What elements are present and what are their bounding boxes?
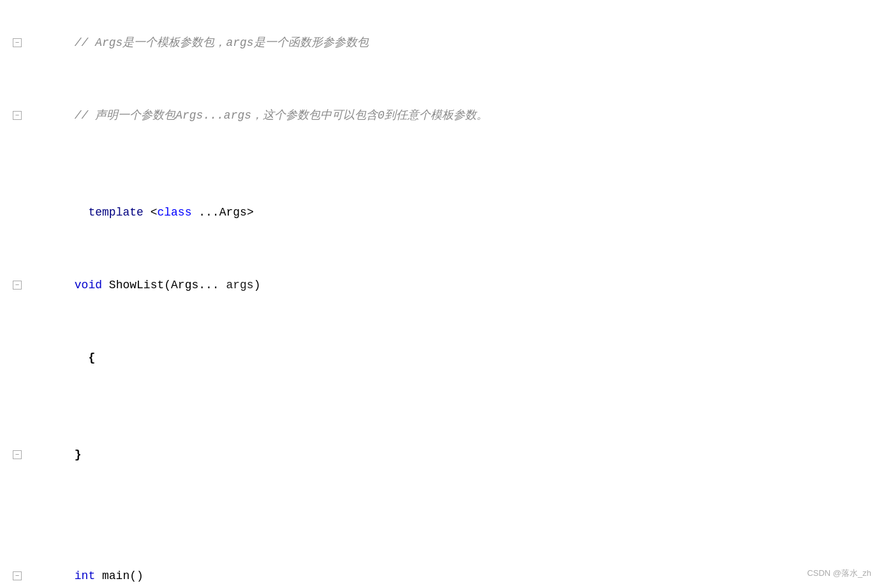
line-content-5: void ShowList(Args... args) [27,249,261,321]
comment-text-1: // Args是一个模板参数包，args是一个函数形参参数包 [75,36,369,49]
line-content-7 [27,394,40,418]
gutter-1: − [0,38,27,47]
kw-class: class [157,206,191,219]
line-content-10 [27,515,40,540]
line-content-6: { [27,321,95,394]
gutter-8: − [0,450,27,459]
gutter-11: − [0,571,27,580]
kw-template: template [88,206,143,219]
code-line-5: − void ShowList(Args... args) [0,249,884,321]
line-content-11: int main() [27,540,144,588]
code-line-8: − } [0,418,884,491]
fold-minus-8[interactable]: − [13,450,22,459]
comment-text-2: // 声明一个参数包Args...args，这个参数包中可以包含0到任意个模板参… [75,109,488,122]
code-line-1: − // Args是一个模板参数包，args是一个函数形参参数包 [0,6,884,79]
code-line-4: template <class ...Args> [0,176,884,249]
line-content-9 [27,491,40,515]
gutter-5: − [0,281,27,290]
code-line-11: − int main() [0,540,884,588]
close-brace-8: } [75,448,82,461]
gutter-2: − [0,111,27,120]
line-content-2: // 声明一个参数包Args...args，这个参数包中可以包含0到任意个模板参… [27,79,488,152]
args-4: ...Args> [191,206,253,219]
line-content-1: // Args是一个模板参数包，args是一个函数形参参数包 [27,6,369,79]
code-line-10 [0,515,884,540]
fold-minus-1[interactable]: − [13,38,22,47]
open-brace-6: { [88,351,95,364]
indent-6 [75,351,89,364]
args-param: args [226,279,253,291]
line-content-4: template <class ...Args> [27,176,254,249]
code-line-3 [0,152,884,176]
code-line-7 [0,394,884,418]
showlist-5: ShowList(Args... [102,279,226,291]
code-editor: − // Args是一个模板参数包，args是一个函数形参参数包 − // 声明… [0,0,884,588]
line-content-3 [27,152,40,176]
space-4: < [144,206,158,219]
code-line-6: { [0,321,884,394]
fold-minus-11[interactable]: − [13,571,22,580]
paren-5: ) [254,279,261,291]
fold-minus-2[interactable]: − [13,111,22,120]
kw-int: int [75,570,95,582]
code-line-9 [0,491,884,515]
line-content-8: } [27,418,82,491]
fold-minus-5[interactable]: − [13,281,22,290]
code-line-2: − // 声明一个参数包Args...args，这个参数包中可以包含0到任意个模… [0,79,884,152]
main-11: main() [95,570,144,582]
kw-void: void [75,279,102,291]
indent-4 [75,206,89,219]
watermark: CSDN @落水_zh [807,568,871,579]
